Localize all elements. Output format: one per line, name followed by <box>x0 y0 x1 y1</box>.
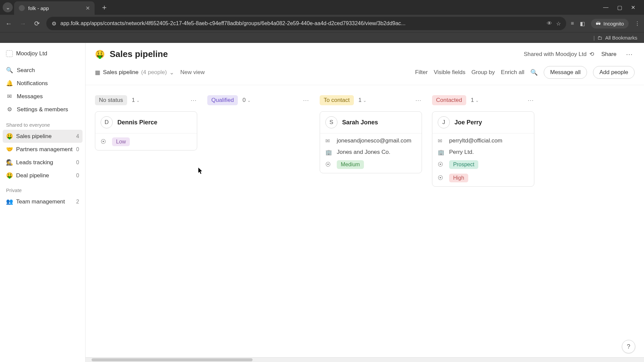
column-header: Qualified 0 ⌄ ⋯ <box>207 95 310 105</box>
board-column: To contact 1 ⌄ ⋯ S Sarah Jones ✉jonesand… <box>320 95 422 352</box>
toolbar-icons: ≡ ◧ 🕶 Incognito ⋮ <box>571 19 640 28</box>
group-emoji: 🤑 <box>6 133 13 140</box>
search-icon[interactable]: 🔍 <box>530 69 538 76</box>
browser-tab[interactable]: folk - app ✕ <box>14 1 95 15</box>
field-value: jonesandjonesco@gmail.com <box>337 137 411 144</box>
field-icon: ⦿ <box>438 162 444 168</box>
view-selector[interactable]: ▦ Sales pipeline (4 people) ⌄ <box>95 69 174 76</box>
workspace-switcher[interactable]: Moodjoy Ltd <box>3 48 83 60</box>
column-more-button[interactable]: ⋯ <box>528 97 534 104</box>
group-label: Leads tracking <box>16 159 53 166</box>
forward-button[interactable]: → <box>18 20 28 27</box>
contact-name: Dennis Pierce <box>117 119 157 126</box>
column-count[interactable]: 0 ⌄ <box>243 97 251 104</box>
sidebar-nav-search[interactable]: 🔍Search <box>3 64 83 77</box>
window-controls: — ▢ ✕ <box>603 4 641 11</box>
card-body: ✉perryltd@official.com🏢Perry Ltd.⦿Prospe… <box>432 133 534 186</box>
reload-button[interactable]: ⟳ <box>32 19 42 27</box>
page-emoji: 🤑 <box>95 50 105 59</box>
status-chip[interactable]: Contacted <box>432 95 466 105</box>
contact-card[interactable]: S Sarah Jones ✉jonesandjonesco@gmail.com… <box>320 111 422 173</box>
field-icon: 🏢 <box>325 149 331 156</box>
card-header: S Sarah Jones <box>320 112 422 133</box>
group-emoji: 🤑 <box>6 172 13 179</box>
page-title: Sales pipeline <box>110 49 168 59</box>
sidebar-group-team-management[interactable]: 👥Team management2 <box>3 195 83 208</box>
group-emoji: 🤝 <box>6 146 13 153</box>
tab-close-icon[interactable]: ✕ <box>86 5 90 11</box>
new-tab-button[interactable]: ＋ <box>96 2 113 12</box>
field-value: Jones and Jones Co. <box>337 149 390 156</box>
group-count: 0 <box>76 160 79 166</box>
field-icon: ✉ <box>438 138 444 144</box>
horizontal-scrollbar[interactable] <box>86 357 644 362</box>
incognito-label: Incognito <box>603 21 624 26</box>
site-info-icon[interactable]: ⚙ <box>52 20 56 27</box>
card-field: 🏢Perry Ltd. <box>438 149 529 156</box>
field-icon: ⦿ <box>101 139 107 145</box>
sidebar-nav-settings-members[interactable]: ⚙Settings & members <box>3 103 83 116</box>
new-view-button[interactable]: New view <box>180 69 205 76</box>
avatar: S <box>325 116 337 128</box>
add-people-button[interactable]: Add people <box>593 66 635 79</box>
tab-search-button[interactable]: ⌄ <box>3 2 13 12</box>
column-header: Contacted 1 ⌄ ⋯ <box>432 95 534 105</box>
close-window-button[interactable]: ✕ <box>631 4 635 11</box>
maximize-button[interactable]: ▢ <box>617 4 622 11</box>
status-chip[interactable]: Qualified <box>207 95 238 105</box>
sidebar-section-label: Shared to everyone <box>3 117 83 130</box>
column-count[interactable]: 1 ⌄ <box>471 97 479 104</box>
minimize-button[interactable]: — <box>603 4 608 11</box>
help-button[interactable]: ? <box>622 340 635 353</box>
contact-card[interactable]: D Dennis Pierce ⦿Low <box>95 111 197 150</box>
url-text: app.folk.app/apps/contacts/network/4f652… <box>60 20 543 26</box>
eye-off-icon[interactable]: 👁 <box>547 20 552 26</box>
group-count: 4 <box>76 133 79 139</box>
sidebar-group-leads-tracking[interactable]: 🕵️Leads tracking0 <box>3 156 83 169</box>
tag-chip: High <box>449 174 468 182</box>
status-chip[interactable]: No status <box>95 95 127 105</box>
tab-bar: ⌄ folk - app ✕ ＋ — ▢ ✕ <box>0 0 644 15</box>
card-field: ⦿Medium <box>325 160 416 169</box>
card-header: D Dennis Pierce <box>95 112 197 133</box>
share-button[interactable]: Share <box>599 51 619 58</box>
sidebar-group-deal-pipeline[interactable]: 🤑Deal pipeline0 <box>3 169 83 182</box>
shared-with-indicator[interactable]: Shared with Moodjoy Ltd ⟲ <box>524 51 594 58</box>
bookmark-bar: | 🗀 All Bookmarks <box>0 32 644 43</box>
column-count[interactable]: 1 ⌄ <box>359 97 367 104</box>
tag-chip: Low <box>112 137 130 146</box>
back-button[interactable]: ← <box>4 20 13 27</box>
enrich-all-button[interactable]: Enrich all <box>501 69 524 76</box>
workspace-icon <box>6 50 13 57</box>
nav-label: Search <box>17 67 35 74</box>
card-field: ⦿High <box>438 174 529 182</box>
group-emoji: 🕵️ <box>6 159 13 166</box>
sidebar-group-partners-management[interactable]: 🤝Partners management0 <box>3 143 83 156</box>
column-more-button[interactable]: ⋯ <box>191 97 197 104</box>
filter-button[interactable]: Filter <box>415 69 428 76</box>
contact-card[interactable]: J Joe Perry ✉perryltd@official.com🏢Perry… <box>432 111 534 187</box>
sidebar-nav-notifications[interactable]: 🔔Notifications <box>3 77 83 90</box>
extensions-icon[interactable]: ≡ <box>571 20 574 26</box>
url-field[interactable]: ⚙ app.folk.app/apps/contacts/network/4f6… <box>46 17 566 30</box>
side-panel-icon[interactable]: ◧ <box>580 20 585 27</box>
visible-fields-button[interactable]: Visible fields <box>434 69 465 76</box>
all-bookmarks-button[interactable]: All Bookmarks <box>605 35 637 41</box>
card-header: J Joe Perry <box>432 112 534 133</box>
sidebar-nav-messages[interactable]: ✉Messages <box>3 90 83 103</box>
nav-icon: ✉ <box>6 93 13 100</box>
group-by-button[interactable]: Group by <box>471 69 495 76</box>
bookmark-star-icon[interactable]: ☆ <box>556 20 561 27</box>
sidebar-group-sales-pipeline[interactable]: 🤑Sales pipeline4 <box>3 130 83 143</box>
nav-label: Notifications <box>17 80 48 87</box>
column-count[interactable]: 1 ⌄ <box>132 97 140 104</box>
message-all-button[interactable]: Message all <box>544 66 587 79</box>
browser-menu-button[interactable]: ⋮ <box>635 20 640 27</box>
incognito-chip[interactable]: 🕶 Incognito <box>591 19 629 28</box>
group-label: Deal pipeline <box>16 172 49 179</box>
page-more-button[interactable]: ⋯ <box>624 50 635 58</box>
column-more-button[interactable]: ⋯ <box>415 97 422 104</box>
group-emoji: 👥 <box>6 198 13 205</box>
status-chip[interactable]: To contact <box>320 95 354 105</box>
column-more-button[interactable]: ⋯ <box>303 97 310 104</box>
